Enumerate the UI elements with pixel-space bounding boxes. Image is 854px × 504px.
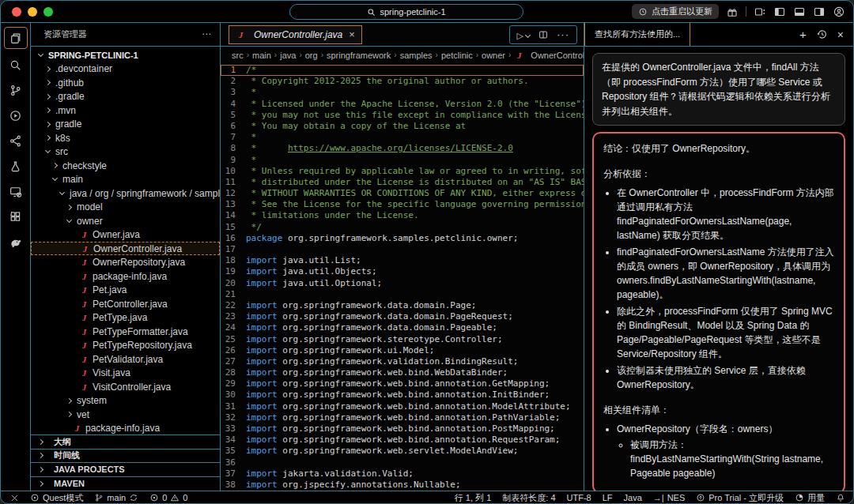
gradle-elephant-icon [9,235,23,249]
sidebar-section-java-projects[interactable]: JAVA PROJECTS [31,463,220,477]
tree-item-model[interactable]: model [31,200,220,214]
tree-item-pettype.java[interactable]: JPetType.java [31,310,220,325]
activity-source-control[interactable] [4,77,28,103]
chevron-right-icon [66,205,72,210]
breadcrumb-item[interactable]: src [232,51,244,60]
cursor-position[interactable]: 行 1, 列 1 [455,492,491,504]
maximize-window-button[interactable] [43,7,53,17]
activity-gradle[interactable] [4,229,28,254]
minimize-window-button[interactable] [28,7,37,17]
new-chat-button[interactable]: + [799,28,807,41]
tree-item-package-info.java[interactable]: Jpackage-info.java [31,421,220,434]
tree-item-java-org-springframework-samples-p...[interactable]: java / org / springframework / samples /… [31,186,220,201]
code-line-6: 6 * You may obtain a copy of the License… [221,121,584,132]
problems-status[interactable]: 0 0 [149,493,187,502]
quest-mode-status[interactable]: Quest模式 [30,492,83,504]
editor-more-actions[interactable]: ··· [557,28,569,40]
tree-item-src[interactable]: src [31,145,220,159]
tree-item-checkstyle[interactable]: checkstyle [31,159,220,173]
toggle-secondary-sidebar-icon[interactable] [813,6,826,18]
toggle-primary-sidebar-icon[interactable] [773,6,786,18]
tree-item-k8s[interactable]: k8s [31,131,220,145]
tree-item-petvalidator.java[interactable]: JPetValidator.java [31,352,220,367]
split-editor-icon[interactable] [538,29,549,40]
tab-ownercontroller[interactable]: J OwnerController.java × [229,25,362,44]
tree-item-.gradle[interactable]: .gradle [31,89,220,103]
quest-mode-icon [30,493,40,502]
tree-item-label: OwnerRepository.java [93,257,185,268]
tree-item-package-info.java[interactable]: Jpackage-info.java [31,269,220,284]
activity-run-debug[interactable] [4,103,28,128]
sidebar-section-时间线[interactable]: 时间线 [31,449,220,464]
tree-item-label: model [77,201,103,213]
eol[interactable]: LF [603,493,613,502]
line-number: 2 [221,76,246,87]
breadcrumb-item[interactable]: org [305,51,318,60]
command-center-search[interactable]: spring-petclinic-1 [289,4,523,20]
tree-item-pettypeformatter.java[interactable]: JPetTypeFormatter.java [31,325,220,339]
sidebar-section-maven[interactable]: MAVEN [31,477,220,491]
gift-icon[interactable] [726,6,739,18]
explorer-more-actions[interactable]: ⋯ [202,28,212,39]
tree-item-system[interactable]: system [31,393,220,408]
tree-item-petcontroller.java[interactable]: JPetController.java [31,297,220,311]
breadcrumb-separator: › [436,51,438,59]
bell-icon[interactable] [836,493,845,502]
tree-item-label: OwnerController.java [93,243,182,254]
tree-item-gradle[interactable]: gradle [31,117,220,131]
restart-to-update-button[interactable]: 点击重启以更新 [632,4,719,19]
close-window-button[interactable] [12,7,21,17]
tree-item-owner.java[interactable]: JOwner.java [31,228,220,242]
tree-item-ownercontroller.java[interactable]: JOwnerController.java [31,242,220,256]
activity-testing[interactable] [4,153,28,179]
activity-search[interactable] [4,52,28,77]
close-tab-icon[interactable]: × [349,28,355,40]
breadcrumb-item[interactable]: java [280,51,296,60]
toggle-panel-icon[interactable] [793,6,806,18]
code-line-22: 22import org.springframework.data.domain… [221,300,584,311]
language-mode[interactable]: Java [624,493,642,502]
breadcrumb-item[interactable]: springframework [327,51,391,60]
code-area[interactable]: 1/*2 * Copyright 2012-2025 the original … [221,63,584,491]
close-panel-icon[interactable]: × [837,28,844,41]
breadcrumb-item[interactable]: OwnerController.java [531,51,584,60]
account-icon[interactable] [833,6,845,18]
chevron-down-icon [525,32,531,37]
breadcrumb-item[interactable]: main [252,51,271,60]
git-branch-status[interactable]: main [94,493,138,502]
chevron-right-icon [38,453,43,458]
tree-item-pettyperepository.java[interactable]: JPetTypeRepository.java [31,338,220,352]
tree-item-.github[interactable]: .github [31,76,220,90]
run-file-button[interactable]: ▷ [517,28,530,42]
tree-item-visit.java[interactable]: JVisit.java [31,366,220,380]
search-value: spring-petclinic-1 [380,7,445,17]
breadcrumb-item[interactable]: owner [482,51,505,60]
nes-toggle[interactable]: →|NES [653,493,685,502]
encoding[interactable]: UTF-8 [567,493,591,502]
tree-item-visitcontroller.java[interactable]: JVisitController.java [31,380,220,394]
activity-explorer[interactable] [4,27,28,49]
activity-connections[interactable] [4,128,28,153]
tree-item-.mvn[interactable]: .mvn [31,103,220,118]
tree-item-vet[interactable]: vet [31,408,220,422]
tree-item-main[interactable]: main [31,172,220,186]
sidebar-section-大纲[interactable]: 大纲 [31,435,220,449]
tree-item-.devcontainer[interactable]: .devcontainer [31,62,220,76]
tab-size[interactable]: 制表符长度: 4 [502,492,555,504]
tree-item-ownerrepository.java[interactable]: JOwnerRepository.java [31,255,220,269]
tree-item-pet.java[interactable]: JPet.java [31,283,220,297]
plan-upgrade[interactable]: Pro Trial - 立即升级 [696,492,784,504]
tree-item-owner[interactable]: owner [31,214,220,228]
tree-item-spring-petclinic-1[interactable]: SPRING-PETCLINIC-1 [31,48,220,62]
chat-tab[interactable]: 查找所有方法使用的... [584,23,690,46]
breadcrumb-item[interactable]: samples [400,51,433,60]
chevron-right-icon [45,66,51,72]
activity-remote-explorer[interactable] [4,179,28,204]
history-icon[interactable] [816,28,828,40]
remote-indicator-icon[interactable] [10,494,19,502]
breadcrumb-item[interactable]: petclinic [441,51,473,60]
usage-status[interactable]: 用量 [795,492,825,504]
activity-extensions[interactable] [4,204,28,229]
breadcrumb-separator: › [476,51,478,59]
customize-layout-icon[interactable] [754,6,766,18]
